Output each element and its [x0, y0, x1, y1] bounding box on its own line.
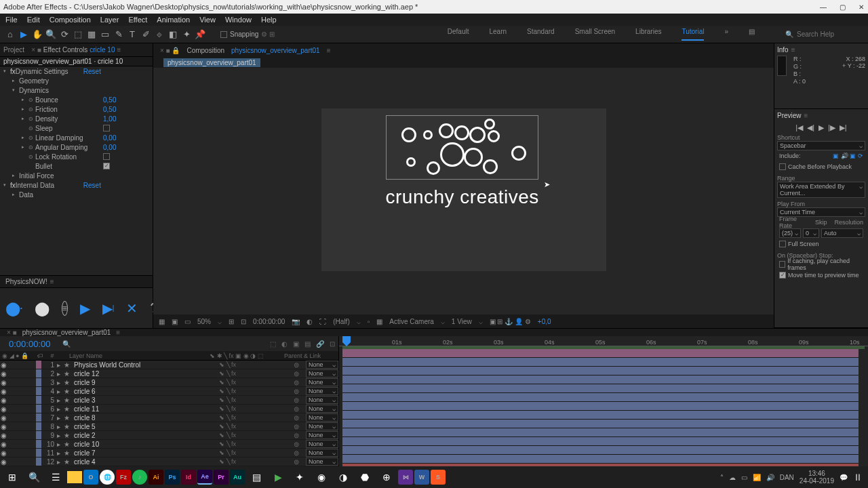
pickwhip-icon[interactable]: ⊚ — [294, 361, 306, 369]
layer-name[interactable]: cricle 6 — [72, 388, 219, 395]
layer-color-label[interactable] — [36, 361, 41, 369]
layer-color-label[interactable] — [36, 378, 41, 386]
layer-track-bar[interactable] — [342, 402, 859, 411]
ai-icon[interactable]: Ai — [149, 470, 163, 485]
tray-notif-icon[interactable]: 💬 — [840, 474, 848, 481]
layer-name[interactable]: cricle 8 — [72, 414, 219, 422]
visibility-toggle[interactable]: ◉ — [0, 379, 7, 386]
layer-color-label[interactable] — [36, 431, 41, 439]
visibility-toggle[interactable]: ◉ — [0, 370, 7, 378]
layer-track-bar[interactable] — [342, 446, 859, 455]
vc-3d-icon[interactable]: ▣ ⊞ ⚓ 👤 ⚙ — [490, 318, 531, 325]
parent-dropdown[interactable]: None⌵ — [306, 413, 338, 422]
layer-color-label[interactable] — [36, 440, 41, 448]
layer-row[interactable]: ◉7▸★cricle 8⬊ ╲ fx⊚None⌵ — [0, 413, 338, 422]
search-help-input[interactable] — [797, 30, 858, 38]
menu-help[interactable]: Help — [261, 16, 277, 24]
parent-dropdown[interactable]: None⌵ — [306, 369, 338, 378]
parent-dropdown[interactable]: None⌵ — [306, 405, 338, 413]
eraser-tool-icon[interactable]: ◧ — [166, 28, 180, 41]
parent-dropdown[interactable]: None⌵ — [306, 458, 338, 466]
pr-icon[interactable]: Pr — [214, 470, 229, 485]
include-icons[interactable]: ▣ 🔊 ▣ ⟳ — [833, 152, 863, 159]
vc-snapshot-icon[interactable]: 📷 — [292, 318, 300, 325]
rect-tool-icon[interactable]: ▭ — [98, 28, 112, 41]
col-num-header[interactable]: # — [45, 352, 59, 359]
layer-row[interactable]: ◉11▸★cricle 7⬊ ╲ fx⊚None⌵ — [0, 449, 338, 458]
layer-color-label[interactable] — [36, 458, 41, 466]
layer-switches[interactable]: ⬊ ╲ fx — [219, 379, 294, 386]
menu-animation[interactable]: Animation — [157, 16, 190, 24]
layer-track-bar[interactable] — [342, 455, 859, 464]
vc-guide-icon[interactable]: ⊡ — [241, 318, 246, 325]
prop-sleep[interactable]: Sleep — [35, 125, 103, 132]
parent-dropdown[interactable]: None⌵ — [306, 449, 338, 457]
movetime-checkbox[interactable] — [779, 272, 786, 279]
tray-pause-icon[interactable]: ⏸ — [853, 472, 863, 483]
ps-icon[interactable]: Ps — [165, 470, 180, 485]
tb-app4-icon[interactable]: ◑ — [333, 467, 353, 487]
layer-switches[interactable]: ⬊ ╲ fx — [219, 361, 294, 368]
vc-mask-icon[interactable]: ▣ — [172, 318, 178, 325]
tl-tool-icon6[interactable]: ⊡ — [330, 340, 335, 348]
tray-lang[interactable]: DAN — [780, 474, 794, 481]
vs-icon[interactable]: ⋈ — [398, 470, 413, 485]
next-frame-icon[interactable]: |▶ — [828, 123, 835, 132]
tl-tool-icon3[interactable]: ▣ — [293, 340, 299, 348]
fr-dropdown[interactable]: (25)⌵ — [779, 228, 801, 238]
layer-name[interactable]: cricle 2 — [72, 432, 219, 439]
layer-switches[interactable]: ⬊ ╲ fx — [219, 405, 294, 412]
layer-row[interactable]: ◉12▸★cricle 4⬊ ╲ fx⊚None⌵ — [0, 458, 338, 466]
camera-dropdown[interactable]: Active Camera — [389, 318, 434, 325]
view-dropdown[interactable]: 1 View — [452, 318, 472, 325]
composition-viewer[interactable]: crunchy creatives ➤ — [153, 68, 774, 314]
caching-checkbox[interactable] — [779, 261, 785, 268]
physics-gravity-icon[interactable]: ⬤ — [35, 300, 50, 317]
layer-switches[interactable]: ⬊ ╲ fx — [219, 388, 294, 394]
lockrot-checkbox[interactable] — [103, 153, 110, 160]
layer-switches[interactable]: ⬊ ╲ fx — [219, 432, 294, 439]
layer-row[interactable]: ◉1▸★Physics World Control⬊ ╲ fx⊚None⌵ — [0, 361, 338, 369]
parent-dropdown[interactable]: None⌵ — [306, 422, 338, 430]
layer-name[interactable]: cricle 5 — [72, 423, 219, 430]
layer-track-bar[interactable] — [342, 428, 859, 437]
home-icon[interactable]: ⌂ — [3, 28, 17, 41]
physics-clear-icon[interactable]: ✕ — [126, 300, 138, 317]
reset-link[interactable]: Reset — [83, 68, 101, 75]
physics-step-icon[interactable]: ▶| — [102, 300, 115, 317]
pickwhip-icon[interactable]: ⊚ — [294, 405, 306, 413]
tray-battery-icon[interactable]: ▭ — [741, 474, 747, 481]
ws-menu-icon[interactable]: ▤ — [749, 28, 755, 41]
sleep-checkbox[interactable] — [103, 125, 110, 131]
tb-app5-icon[interactable]: ⬣ — [355, 467, 375, 487]
layer-name[interactable]: cricle 10 — [72, 441, 219, 448]
visibility-toggle[interactable]: ◉ — [0, 449, 7, 457]
spotify-icon[interactable]: ♪ — [132, 470, 147, 485]
hand-tool-icon[interactable]: ✋ — [31, 28, 44, 41]
layer-track-bar[interactable] — [342, 437, 859, 446]
layer-row[interactable]: ◉10▸★cricle 10⬊ ╲ fx⊚None⌵ — [0, 440, 338, 449]
layer-row[interactable]: ◉5▸★cricle 3⬊ ╲ fx⊚None⌵ — [0, 396, 338, 405]
menu-edit[interactable]: Edit — [27, 16, 40, 24]
shortcut-dropdown[interactable]: Spacebar⌵ — [777, 141, 865, 150]
pickwhip-icon[interactable]: ⊚ — [294, 458, 306, 466]
pickwhip-icon[interactable]: ⊚ — [294, 449, 306, 457]
reset-link2[interactable]: Reset — [83, 182, 101, 189]
layer-name[interactable]: cricle 11 — [72, 405, 219, 413]
layer-track-bar[interactable] — [342, 358, 859, 367]
taskview-icon[interactable]: ☰ — [45, 467, 66, 487]
tb-app1-icon[interactable]: ▤ — [246, 467, 267, 487]
tray-volume-icon[interactable]: 🔊 — [766, 474, 774, 481]
vc-safe-icon[interactable]: ▭ — [184, 318, 191, 325]
prop-friction[interactable]: Friction — [35, 106, 103, 113]
tl-tool-icon[interactable]: ⬚ — [270, 340, 276, 348]
tray-up-icon[interactable]: ˄ — [720, 474, 724, 481]
menu-window[interactable]: Window — [225, 16, 252, 24]
visibility-toggle[interactable]: ◉ — [0, 423, 7, 430]
menu-view[interactable]: View — [199, 16, 216, 24]
visibility-toggle[interactable]: ◉ — [0, 432, 7, 439]
vc-exposure-icon[interactable]: ⛶ — [319, 318, 326, 325]
parent-dropdown[interactable]: None⌵ — [306, 387, 338, 395]
maximize-button[interactable]: ▢ — [839, 3, 846, 10]
layer-color-label[interactable] — [36, 369, 41, 378]
